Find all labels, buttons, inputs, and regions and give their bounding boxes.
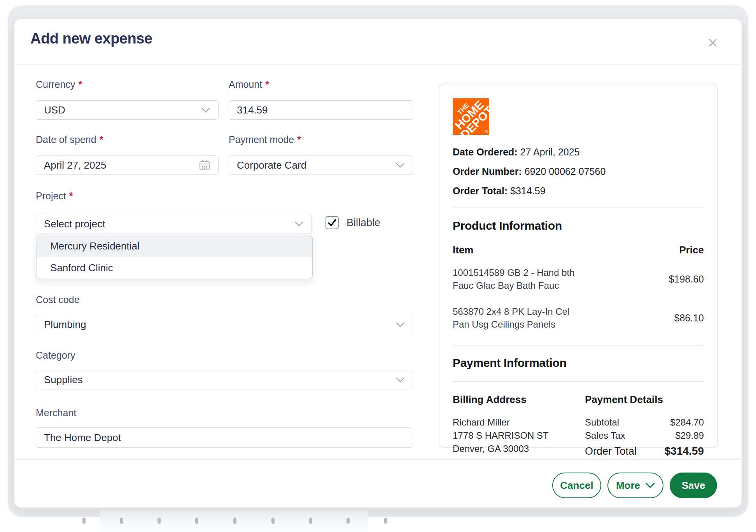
more-button[interactable]: More (607, 473, 663, 498)
category-label-text: Category (36, 350, 75, 361)
save-button[interactable]: Save (670, 473, 717, 498)
category-label: Category (36, 350, 75, 361)
amount-input[interactable] (229, 100, 413, 120)
payment-mode-value: Corporate Card (237, 159, 396, 171)
order-total-value: $314.59 (510, 185, 545, 196)
registered-mark: ® (485, 130, 488, 134)
amount-label-text: Amount (229, 79, 262, 90)
table-row: 563870 2x4 8 PK Lay-In Cel Pan Usg Ceili… (453, 305, 704, 331)
order-total-row-label: Order Total (585, 445, 637, 458)
close-icon (707, 37, 719, 49)
required-asterisk: * (69, 190, 73, 201)
payment-details-block: Payment Details Subtotal $284.70 Sales T… (585, 394, 704, 458)
merchant-label-text: Merchant (36, 407, 76, 418)
project-label-text: Project (36, 190, 66, 201)
cost-code-label-text: Cost code (36, 294, 80, 305)
merchant-input[interactable] (36, 427, 413, 448)
background-dots (0, 518, 756, 525)
deco-dot (309, 518, 312, 524)
chevron-down-icon (294, 221, 304, 227)
divider (453, 208, 704, 208)
project-option-mercury-residential[interactable]: Mercury Residential (37, 235, 312, 257)
receipt-panel: THE HOME DEPOT ® Date Ordered: 27 April,… (439, 84, 718, 448)
order-total-label: Order Total: (453, 185, 508, 196)
item-price: $86.10 (674, 312, 704, 324)
item-column-header: Item (453, 244, 473, 256)
project-label: Project* (36, 190, 73, 202)
order-total-line: Order Total: $314.59 (453, 185, 704, 197)
required-asterisk: * (297, 134, 301, 145)
chevron-down-icon (396, 322, 405, 327)
add-expense-modal: Add new expense Currency* USD Amount* (14, 19, 742, 508)
calendar-icon (199, 159, 210, 171)
required-asterisk: * (265, 79, 269, 90)
currency-select[interactable]: USD (36, 100, 219, 120)
billable-checkbox[interactable] (326, 216, 339, 229)
deco-dot (384, 518, 387, 524)
cost-code-label: Cost code (36, 294, 80, 305)
date-of-spend-input[interactable]: April 27, 2025 (36, 155, 219, 175)
cost-code-value: Plumbing (44, 319, 396, 331)
cost-code-select[interactable]: Plumbing (36, 315, 413, 334)
category-select[interactable]: Supplies (36, 370, 413, 389)
date-ordered-value: 27 April, 2025 (520, 147, 580, 157)
payment-mode-select[interactable]: Corporate Card (229, 155, 413, 175)
payment-information-heading: Payment Information (453, 356, 704, 370)
billing-address-block: Billing Address Richard Miller 1778 S HA… (453, 394, 585, 458)
date-ordered-line: Date Ordered: 27 April, 2025 (453, 147, 704, 158)
option-label: Sanford Clinic (50, 262, 113, 274)
chevron-down-icon (396, 162, 405, 168)
project-option-sanford-clinic[interactable]: Sanford Clinic (37, 257, 312, 279)
modal-header: Add new expense (14, 19, 742, 65)
home-depot-logo: THE HOME DEPOT ® (453, 98, 489, 135)
merchant-label: Merchant (36, 407, 76, 419)
payment-mode-label: Payment mode* (229, 134, 301, 145)
subtotal-row: Subtotal $284.70 (585, 416, 704, 429)
order-total-row: Order Total $314.59 (585, 445, 704, 458)
project-select[interactable]: Select project (36, 214, 312, 234)
more-button-label: More (616, 480, 640, 492)
order-number-line: Order Number: 6920 00062 07560 (453, 166, 704, 177)
price-column-header: Price (679, 244, 704, 256)
cancel-button-label: Cancel (560, 480, 593, 492)
option-label: Mercury Residential (50, 240, 140, 252)
order-number-label: Order Number: (453, 166, 522, 177)
billing-street: 1778 S HARRISON ST (453, 429, 585, 442)
deco-dot (120, 518, 123, 524)
product-information-heading: Product Information (453, 219, 704, 232)
project-placeholder: Select project (44, 218, 294, 230)
billable-label: Billable (346, 217, 380, 229)
billing-city: Denver, GA 30003 (453, 442, 585, 455)
date-ordered-label: Date Ordered: (453, 147, 518, 157)
currency-label-text: Currency (36, 79, 75, 90)
deco-dot (158, 518, 161, 524)
product-table-header: Item Price (453, 244, 704, 256)
divider (453, 381, 704, 382)
order-total-row-value: $314.59 (665, 445, 704, 458)
item-name: 1001514589 GB 2 - Hand bth Fauc Glac Bay… (453, 266, 587, 292)
deco-dot (233, 518, 236, 524)
chevron-down-icon (201, 107, 210, 113)
page-title: Add new expense (30, 30, 152, 47)
order-number-value: 6920 00062 07560 (525, 166, 606, 177)
date-of-spend-label: Date of spend* (36, 134, 103, 145)
payment-mode-label-text: Payment mode (229, 134, 294, 145)
deco-dot (82, 518, 86, 524)
date-value: April 27, 2025 (44, 159, 199, 171)
payment-columns: Billing Address Richard Miller 1778 S HA… (453, 394, 704, 458)
billing-name: Richard Miller (453, 416, 585, 429)
chevron-down-icon (646, 483, 655, 488)
amount-label: Amount* (229, 79, 269, 90)
close-button[interactable] (704, 34, 721, 51)
check-icon (327, 218, 337, 227)
deco-dot (346, 518, 350, 524)
required-asterisk: * (78, 79, 82, 90)
project-options-list: Mercury Residential Sanford Clinic (37, 235, 313, 279)
category-value: Supplies (44, 374, 396, 386)
chevron-down-icon (396, 377, 405, 382)
item-name: 563870 2x4 8 PK Lay-In Cel Pan Usg Ceili… (453, 305, 587, 331)
page: Add new expense Currency* USD Amount* (0, 0, 756, 532)
sales-tax-value: $29.89 (676, 429, 704, 442)
cancel-button[interactable]: Cancel (552, 473, 601, 498)
subtotal-label: Subtotal (585, 416, 619, 429)
